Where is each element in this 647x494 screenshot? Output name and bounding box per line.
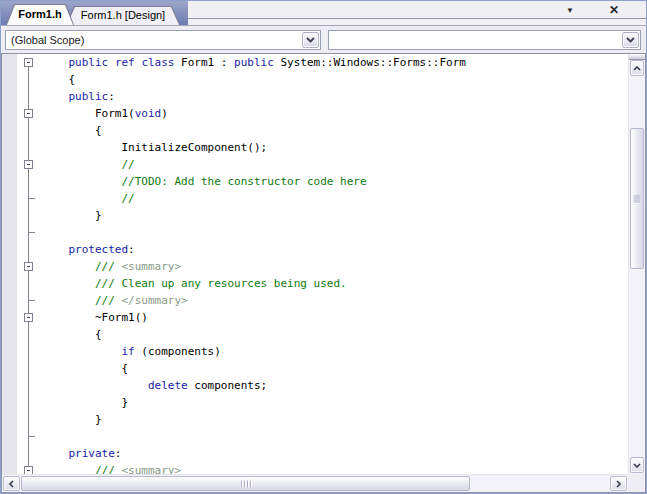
code-segment: ///: [95, 294, 122, 307]
code-segment: <summary>: [121, 260, 181, 273]
fold-collapse-icon[interactable]: [24, 313, 33, 322]
code-segment: private: [69, 447, 115, 460]
code-segment: }: [42, 209, 102, 222]
code-segment: <summary>: [121, 464, 181, 474]
code-segment: {: [42, 73, 75, 86]
code-segment: ): [161, 107, 168, 120]
fold-end-tick: [29, 436, 35, 437]
member-combobox-dropdown-button[interactable]: [622, 32, 639, 48]
code-line: public:: [42, 88, 628, 105]
scroll-down-button[interactable]: [630, 457, 644, 473]
vertical-scrollbar-thumb[interactable]: [630, 128, 644, 269]
code-editor-window: Form1.h Form1.h [Design] ▼ ✕ (Global Sco…: [0, 0, 647, 494]
tab-form1h-design[interactable]: Form1.h [Design]: [66, 6, 180, 25]
scope-combobox-value: (Global Scope): [11, 31, 84, 49]
code-line: {: [42, 360, 628, 377]
code-line: if (components): [42, 343, 628, 360]
code-segment: void: [135, 107, 162, 120]
chevron-right-icon: [616, 480, 621, 488]
horizontal-scrollbar-thumb[interactable]: [21, 476, 470, 491]
code-segment: //: [121, 158, 134, 171]
horizontal-scrollbar[interactable]: [2, 474, 628, 492]
tab-form1h[interactable]: Form1.h: [6, 4, 74, 25]
code-segment: //: [121, 192, 134, 205]
code-segment: :: [115, 447, 122, 460]
member-combobox[interactable]: [328, 30, 641, 50]
code-line: //TODO: Add the constructor code here: [42, 173, 628, 190]
code-line: private:: [42, 445, 628, 462]
fold-collapse-icon[interactable]: [24, 109, 33, 118]
scope-combobox-dropdown-button[interactable]: [302, 32, 319, 48]
code-lines: public ref class Form1 : public System::…: [2, 54, 628, 474]
code-line: [42, 428, 628, 445]
code-segment: public: [234, 56, 274, 69]
code-segment: {: [42, 124, 102, 137]
code-segment: Form1 :: [175, 56, 235, 69]
code-line: {: [42, 122, 628, 139]
fold-collapse-icon[interactable]: [24, 466, 33, 474]
code-segment: :: [108, 90, 115, 103]
fold-column: [2, 54, 42, 474]
code-text-area[interactable]: public ref class Form1 : public System::…: [2, 54, 628, 474]
code-segment: [42, 56, 69, 69]
code-line: }: [42, 411, 628, 428]
code-segment: ~Form1(): [42, 311, 148, 324]
chevron-down-icon: [633, 463, 641, 468]
code-line: //: [42, 156, 628, 173]
fold-end-tick: [29, 300, 35, 301]
code-segment: public: [69, 90, 109, 103]
tab-label: Form1.h: [6, 4, 74, 25]
code-segment: [42, 464, 95, 474]
code-line: /// <summary>: [42, 258, 628, 275]
code-segment: ///: [95, 260, 122, 273]
scope-combobox[interactable]: (Global Scope): [5, 30, 321, 50]
code-segment: :: [128, 243, 135, 256]
code-segment: /// Clean up any resources being used.: [95, 277, 347, 290]
thumb-grip: [634, 194, 641, 203]
scroll-right-button[interactable]: [610, 476, 627, 491]
code-line: Form1(void): [42, 105, 628, 122]
editor-frame: public ref class Form1 : public System::…: [1, 53, 646, 493]
code-segment: [42, 243, 69, 256]
fold-collapse-icon[interactable]: [24, 58, 33, 67]
scrollbar-corner: [628, 474, 645, 492]
document-list-dropdown-icon[interactable]: ▼: [561, 3, 579, 18]
close-icon[interactable]: ✕: [605, 3, 623, 18]
code-segment: InitializeComponent();: [42, 141, 267, 154]
code-segment: public: [69, 56, 109, 69]
code-line: {: [42, 326, 628, 343]
code-line: InitializeComponent();: [42, 139, 628, 156]
code-segment: //TODO: Add the constructor code here: [121, 175, 366, 188]
code-segment: ///: [95, 464, 122, 474]
vertical-scrollbar[interactable]: [628, 54, 645, 474]
fold-end-tick: [29, 232, 35, 233]
code-line: }: [42, 394, 628, 411]
fold-collapse-icon[interactable]: [24, 160, 33, 169]
code-segment: [42, 447, 69, 460]
code-segment: [42, 90, 69, 103]
code-line: }: [42, 207, 628, 224]
scroll-left-button[interactable]: [3, 476, 20, 491]
code-line: [42, 224, 628, 241]
fold-collapse-icon[interactable]: [24, 262, 33, 271]
code-segment: [42, 192, 121, 205]
fold-end-tick: [29, 198, 35, 199]
code-segment: (components): [135, 345, 221, 358]
code-segment: [42, 158, 121, 171]
chevron-left-icon: [9, 480, 14, 488]
code-segment: System::Windows::Forms::Form: [274, 56, 466, 69]
code-line: delete components;: [42, 377, 628, 394]
code-segment: [42, 345, 121, 358]
code-segment: [42, 294, 95, 307]
code-segment: }: [42, 413, 102, 426]
code-segment: }: [42, 396, 128, 409]
code-segment: [42, 277, 95, 290]
code-line: /// </summary>: [42, 292, 628, 309]
scroll-up-button[interactable]: [630, 60, 644, 76]
code-segment: delete: [148, 379, 188, 392]
code-line: {: [42, 71, 628, 88]
chevron-down-icon: [306, 37, 315, 43]
code-segment: class: [141, 56, 174, 69]
code-segment: Form1(: [42, 107, 135, 120]
code-segment: </summary>: [121, 294, 187, 307]
